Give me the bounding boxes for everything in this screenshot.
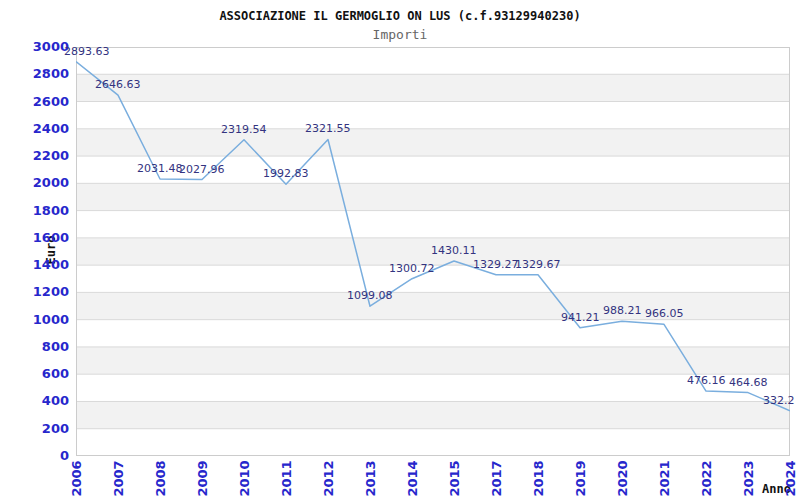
- grid-band: [76, 74, 790, 101]
- y-tick-label: 1200: [0, 285, 69, 299]
- data-point-label: 1992.83: [263, 167, 309, 180]
- x-tick-label: 2012: [321, 458, 336, 500]
- x-tick-label: 2021: [657, 458, 672, 500]
- x-tick-label: 2022: [699, 458, 714, 500]
- x-tick-label: 2006: [69, 458, 84, 500]
- data-point-label: 2321.55: [305, 122, 351, 135]
- x-tick-label: 2019: [573, 458, 588, 500]
- grid-band: [76, 347, 790, 374]
- y-tick-label: 2400: [0, 122, 69, 136]
- y-tick-label: 800: [0, 340, 69, 354]
- chart-page: { "chart_data": { "type": "line", "title…: [0, 0, 800, 500]
- data-point-label: 476.16: [687, 374, 726, 387]
- data-point-label: 464.68: [729, 376, 768, 389]
- y-tick-label: 2800: [0, 67, 69, 81]
- y-tick-label: 2000: [0, 176, 69, 190]
- x-tick-label: 2011: [279, 458, 294, 500]
- data-point-label: 1329.67: [515, 258, 561, 271]
- chart-title: ASSOCIAZIONE IL GERMOGLIO ON LUS (c.f.93…: [0, 9, 800, 23]
- x-tick-label: 2024: [783, 458, 798, 500]
- data-point-label: 2319.54: [221, 123, 267, 136]
- data-point-label: 988.21: [603, 304, 642, 317]
- x-tick-label: 2007: [111, 458, 126, 500]
- grid-band: [76, 183, 790, 210]
- y-tick-label: 1600: [0, 231, 69, 245]
- data-point-label: 332.2: [763, 394, 795, 407]
- y-tick-label: 1000: [0, 313, 69, 327]
- y-tick-label: 400: [0, 394, 69, 408]
- x-tick-label: 2010: [237, 458, 252, 500]
- data-point-label: 1300.72: [389, 262, 435, 275]
- data-point-label: 941.21: [561, 311, 600, 324]
- data-point-label: 966.05: [645, 307, 684, 320]
- y-tick-label: 0: [0, 449, 69, 463]
- data-point-label: 2031.48: [137, 162, 183, 175]
- y-tick-label: 200: [0, 422, 69, 436]
- y-tick-label: 3000: [0, 40, 69, 54]
- data-point-label: 1099.08: [347, 289, 393, 302]
- x-tick-label: 2009: [195, 458, 210, 500]
- grid-band: [76, 401, 790, 428]
- x-tick-label: 2008: [153, 458, 168, 500]
- chart-subtitle: Importi: [0, 27, 800, 42]
- y-tick-label: 2600: [0, 95, 69, 109]
- x-tick-label: 2014: [405, 458, 420, 500]
- x-tick-label: 2015: [447, 458, 462, 500]
- data-point-label: 1430.11: [431, 244, 477, 257]
- x-tick-label: 2017: [489, 458, 504, 500]
- x-tick-label: 2020: [615, 458, 630, 500]
- y-tick-label: 2200: [0, 149, 69, 163]
- y-tick-label: 600: [0, 367, 69, 381]
- data-point-label: 2893.63: [64, 45, 110, 58]
- data-point-label: 2646.63: [95, 78, 141, 91]
- y-tick-label: 1800: [0, 204, 69, 218]
- data-point-label: 1329.27: [473, 258, 519, 271]
- grid-band: [76, 129, 790, 156]
- x-tick-label: 2013: [363, 458, 378, 500]
- x-tick-label: 2023: [741, 458, 756, 500]
- y-tick-label: 1400: [0, 258, 69, 272]
- data-point-label: 2027.96: [179, 163, 225, 176]
- x-tick-label: 2018: [531, 458, 546, 500]
